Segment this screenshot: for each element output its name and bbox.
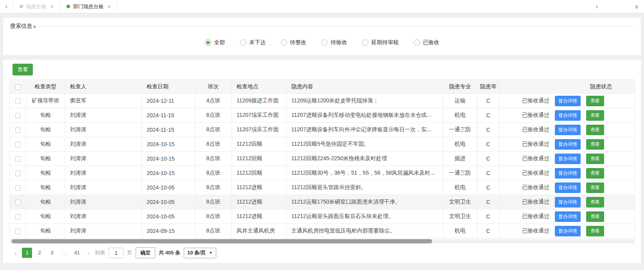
page-number-button[interactable]: 2 <box>34 248 45 258</box>
cell-specialty: 机电 <box>443 108 477 123</box>
tab-scroll-right-icon[interactable]: › <box>590 0 603 13</box>
cell-inspector: 刘涛涛 <box>65 123 142 137</box>
horizontal-scrollbar[interactable] <box>9 239 635 243</box>
cell-date: 2024-10-15 <box>142 137 195 152</box>
cell-level: C <box>477 123 499 137</box>
table-row: 旬检 刘涛涛 2024-10-05 8点班 11212进顺 11212回顺迎头管… <box>10 181 635 195</box>
status-filter-radio[interactable]: 延期待审核 <box>362 39 399 46</box>
hazard-table: 检查类型 检查人 检查日期 班次 检查地点 隐患内容 隐患专业 隐患等 隐患状态… <box>9 79 635 238</box>
cell-content: 主通风机房控电室低压电柜内部需要除尘。 <box>287 224 443 238</box>
row-checkbox[interactable] <box>15 214 21 220</box>
status-filter-radio[interactable]: 待验收 <box>321 39 347 46</box>
row-checkbox[interactable] <box>15 171 21 176</box>
row-view-button[interactable]: 查看 <box>586 197 604 207</box>
row-checkbox[interactable] <box>15 156 21 162</box>
cell-shift: 8点班 <box>195 195 232 209</box>
cell-level: C <box>477 209 499 224</box>
confirm-button[interactable]: 确定 <box>136 247 155 258</box>
row-checkbox[interactable] <box>15 229 21 234</box>
cell-location: 11212回顺 <box>232 137 287 152</box>
status-text: 已验收通过 <box>522 213 549 220</box>
row-checkbox[interactable] <box>15 200 21 205</box>
cell-specialty: 一通三防 <box>443 166 477 181</box>
row-view-button[interactable]: 查看 <box>586 226 604 236</box>
cell-check-type: 旬检 <box>26 209 65 224</box>
tab[interactable]: 隐患台账 × <box>13 0 60 13</box>
page-number-button[interactable]: ... <box>59 248 70 258</box>
tab[interactable]: 部门隐患台账 × <box>60 0 117 13</box>
supervise-detail-button[interactable]: 督办详情 <box>555 211 581 222</box>
radio-label: 未下达 <box>249 39 266 46</box>
cell-shift: 4点班 <box>195 94 232 108</box>
row-checkbox[interactable] <box>15 113 21 118</box>
column-header-specialty: 隐患专业 <box>443 80 477 94</box>
supervise-detail-button[interactable]: 督办详情 <box>555 226 581 236</box>
horizontal-scrollbar-thumb[interactable] <box>12 239 432 243</box>
supervise-detail-button[interactable]: 督办详情 <box>555 197 581 207</box>
tab-close-icon[interactable]: × <box>108 4 111 10</box>
status-filter-radio[interactable]: 已验收 <box>414 39 439 46</box>
supervise-detail-button[interactable]: 督办详情 <box>555 110 581 121</box>
cell-location: 11209掘进工作面 <box>232 94 287 108</box>
cell-level: C <box>477 195 499 209</box>
tab-scroll-left-icon[interactable]: ‹ <box>0 0 13 13</box>
table-row: 旬检 刘涛涛 2024-11-15 8点班 11207综采工作面 11207进顺… <box>10 123 635 137</box>
cell-specialty: 机电 <box>443 224 477 238</box>
cell-check-type: 旬检 <box>26 195 65 209</box>
cell-content: 11212回顺迎头管路吊挂歪斜。 <box>287 181 443 195</box>
supervise-detail-button[interactable]: 督办详情 <box>555 154 581 164</box>
tab-status-dot-icon <box>66 5 70 8</box>
column-header-location: 检查地点 <box>232 80 287 94</box>
row-checkbox[interactable] <box>15 127 21 133</box>
page-number-button[interactable]: 41 <box>72 248 82 258</box>
row-view-button[interactable]: 查看 <box>586 96 604 106</box>
legend-divider <box>39 26 634 27</box>
cell-shift: 8点班 <box>195 123 232 137</box>
jump-prefix-label: 到第 <box>95 249 105 256</box>
tab-close-icon[interactable]: × <box>50 4 54 10</box>
row-view-button[interactable]: 查看 <box>586 154 604 164</box>
collapse-toggle-icon[interactable]: + <box>33 23 36 30</box>
row-view-button[interactable]: 查看 <box>586 110 604 121</box>
row-view-button[interactable]: 查看 <box>586 182 604 193</box>
cell-date: 2024-10-05 <box>142 181 195 195</box>
supervise-detail-button[interactable]: 督办详情 <box>555 139 581 150</box>
select-all-checkbox[interactable] <box>15 84 21 90</box>
cell-specialty: 一通三防 <box>443 123 477 137</box>
row-checkbox[interactable] <box>15 98 21 104</box>
supervise-detail-button[interactable]: 督办详情 <box>555 182 581 193</box>
status-filter-radio[interactable]: 待整改 <box>281 39 307 46</box>
status-text: 已验收通过 <box>522 126 549 133</box>
row-checkbox[interactable] <box>15 185 21 191</box>
supervise-detail-button[interactable]: 督办详情 <box>555 96 581 106</box>
column-header-shift: 班次 <box>195 80 232 94</box>
row-view-button[interactable]: 查看 <box>586 139 604 150</box>
supervise-detail-button[interactable]: 督办详情 <box>555 125 581 135</box>
row-view-button[interactable]: 查看 <box>586 211 604 222</box>
row-view-button[interactable]: 查看 <box>586 125 604 135</box>
page-number-button[interactable]: 1 <box>22 248 32 258</box>
jump-page-input[interactable] <box>109 248 124 258</box>
cell-check-type: 旬检 <box>26 152 65 166</box>
cell-specialty: 机电 <box>443 181 477 195</box>
page-number-button[interactable]: 3 <box>47 248 57 258</box>
supervise-detail-button[interactable]: 督办详情 <box>555 168 581 179</box>
view-button[interactable]: 查看 <box>13 64 33 75</box>
row-checkbox[interactable] <box>15 142 21 147</box>
row-view-button[interactable]: 查看 <box>586 168 604 179</box>
radio-circle-icon <box>205 39 211 46</box>
prev-page-icon[interactable]: ‹ <box>13 250 18 256</box>
cell-check-type: 旬检 <box>26 166 65 181</box>
next-page-icon[interactable]: › <box>86 250 91 256</box>
status-filter-radio[interactable]: 未下达 <box>240 39 266 46</box>
tabs-container: 隐患台账 × 部门隐患台账 × <box>13 0 117 13</box>
status-filter-radio[interactable]: 全部 <box>205 39 225 46</box>
cell-date: 2024-11-15 <box>142 108 195 123</box>
tab-dropdown-icon[interactable]: ∨ <box>630 0 643 13</box>
status-text: 已验收通过 <box>522 198 549 206</box>
page-size-select[interactable]: 10 条/页 ▼ <box>184 248 216 258</box>
cell-location: 11212进顺 <box>232 195 287 209</box>
cell-specialty: 机电 <box>443 137 477 152</box>
cell-content: 11207进顺设备列车移动变电站处接地钢板未放在水仓或... <box>287 108 443 123</box>
cell-specialty: 运输 <box>443 94 477 108</box>
